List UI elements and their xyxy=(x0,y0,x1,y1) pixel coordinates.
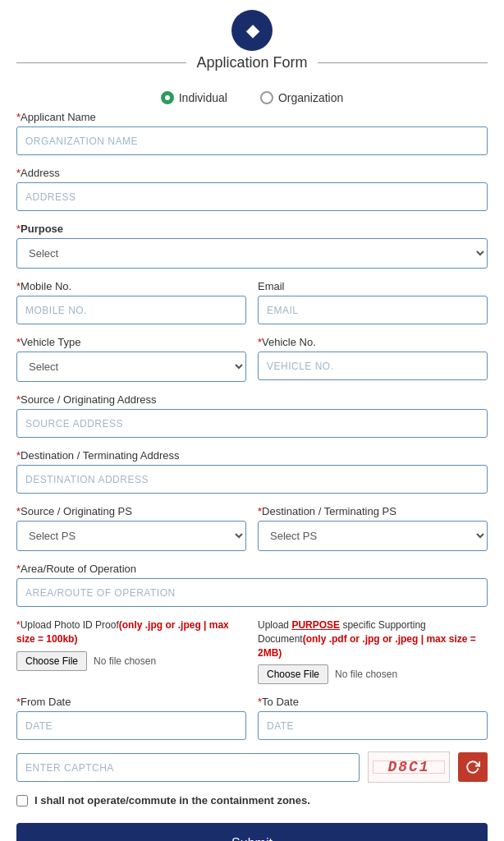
vehicle-type-group: *Vehicle Type Select Two Wheeler Four Wh… xyxy=(16,336,246,382)
source-ps-label: *Source / Originating PS xyxy=(16,505,246,517)
to-date-group: *To Date xyxy=(258,696,488,740)
destination-address-label: *Destination / Terminating Address xyxy=(16,449,488,462)
applicant-name-input[interactable] xyxy=(16,126,488,155)
containment-checkbox[interactable] xyxy=(16,795,28,807)
organization-radio-icon xyxy=(260,91,273,104)
mobile-label: *Mobile No. xyxy=(16,280,246,292)
mobile-group: *Mobile No. xyxy=(16,280,246,324)
upload-photo-label: *Upload Photo ID Proof(only .jpg or .jpe… xyxy=(16,618,246,646)
captcha-refresh-button[interactable] xyxy=(458,752,488,782)
upload-photo-block: *Upload Photo ID Proof(only .jpg or .jpe… xyxy=(16,618,246,684)
form-body: *Applicant Name *Address *Purpose Select… xyxy=(0,111,504,841)
containment-checkbox-row: I shall not operate/commute in the conta… xyxy=(16,794,488,807)
upload-purpose-file-row: Choose File No file chosen xyxy=(258,664,488,684)
organization-radio-label[interactable]: Organization xyxy=(260,91,343,104)
purpose-group: *Purpose Select Essential Services Medic… xyxy=(16,223,488,269)
upload-purpose-label: Upload PURPOSE specific Supporting Docum… xyxy=(258,618,488,659)
area-route-group: *Area/Route of Operation xyxy=(16,563,488,607)
vehicle-type-select[interactable]: Select Two Wheeler Four Wheeler Heavy Ve… xyxy=(16,352,246,382)
title-line-right xyxy=(318,62,488,63)
refresh-icon xyxy=(465,760,480,774)
upload-photo-btn[interactable]: Choose File xyxy=(16,651,87,671)
email-label: Email xyxy=(258,280,488,292)
source-ps-select[interactable]: Select PS PS One PS Two xyxy=(16,521,246,551)
captcha-row: D8C1 xyxy=(16,751,488,783)
area-route-input[interactable] xyxy=(16,578,488,607)
vehicle-no-group: *Vehicle No. xyxy=(258,336,488,382)
page-title: Application Form xyxy=(186,54,317,71)
address-label: *Address xyxy=(16,167,488,179)
vehicle-no-label: *Vehicle No. xyxy=(258,336,488,348)
upload-purpose-block: Upload PURPOSE specific Supporting Docum… xyxy=(258,618,488,684)
title-line-left xyxy=(16,62,186,63)
destination-ps-group: *Destination / Terminating PS Select PS … xyxy=(258,505,488,551)
source-address-input[interactable] xyxy=(16,409,488,438)
purpose-label: *Purpose xyxy=(16,223,488,235)
from-date-label: *From Date xyxy=(16,696,246,708)
to-date-label: *To Date xyxy=(258,696,488,708)
upload-photo-no-file: No file chosen xyxy=(94,655,156,667)
mobile-input[interactable] xyxy=(16,296,246,324)
upload-photo-file-row: Choose File No file chosen xyxy=(16,651,246,671)
upload-purpose-no-file: No file chosen xyxy=(335,669,397,680)
individual-radio-icon xyxy=(161,91,174,104)
vehicle-row: *Vehicle Type Select Two Wheeler Four Wh… xyxy=(16,336,488,393)
upload-row: *Upload Photo ID Proof(only .jpg or .jpe… xyxy=(16,618,488,684)
purpose-select[interactable]: Select Essential Services Medical Other xyxy=(16,238,488,269)
destination-ps-select[interactable]: Select PS PS One PS Two xyxy=(258,521,488,551)
organization-radio-text: Organization xyxy=(278,91,343,104)
applicant-type-group: Individual Organization xyxy=(0,78,504,111)
area-route-label: *Area/Route of Operation xyxy=(16,563,488,575)
vehicle-no-input[interactable] xyxy=(258,352,488,380)
source-address-group: *Source / Originating Address xyxy=(16,393,488,438)
logo: ◆ xyxy=(231,10,273,51)
applicant-name-label: *Applicant Name xyxy=(16,111,488,123)
destination-address-group: *Destination / Terminating Address xyxy=(16,449,488,494)
vehicle-type-label: *Vehicle Type xyxy=(16,336,246,348)
destination-ps-label: *Destination / Terminating PS xyxy=(258,505,488,517)
ps-row: *Source / Originating PS Select PS PS On… xyxy=(16,505,488,563)
individual-radio-text: Individual xyxy=(179,91,227,104)
mobile-email-row: *Mobile No. Email xyxy=(16,280,488,336)
destination-address-input[interactable] xyxy=(16,465,488,494)
title-row: Application Form xyxy=(0,54,504,71)
captcha-input-wrap xyxy=(16,753,360,782)
submit-button[interactable]: Submit xyxy=(16,823,488,841)
address-input[interactable] xyxy=(16,182,488,211)
from-date-input[interactable] xyxy=(16,711,246,740)
page-header: ◆ Application Form xyxy=(0,0,504,78)
email-group: Email xyxy=(258,280,488,324)
captcha-input[interactable] xyxy=(16,753,360,782)
individual-radio-label[interactable]: Individual xyxy=(161,91,227,104)
containment-label[interactable]: I shall not operate/commute in the conta… xyxy=(34,794,310,807)
source-ps-group: *Source / Originating PS Select PS PS On… xyxy=(16,505,246,551)
applicant-name-group: *Applicant Name xyxy=(16,111,488,155)
captcha-image: D8C1 xyxy=(368,751,450,783)
address-group: *Address xyxy=(16,167,488,211)
from-date-group: *From Date xyxy=(16,696,246,740)
email-input[interactable] xyxy=(258,296,488,324)
upload-purpose-btn[interactable]: Choose File xyxy=(258,664,328,684)
date-row: *From Date *To Date xyxy=(16,696,488,751)
logo-icon: ◆ xyxy=(246,21,259,40)
to-date-input[interactable] xyxy=(258,711,488,740)
source-address-label: *Source / Originating Address xyxy=(16,393,488,406)
